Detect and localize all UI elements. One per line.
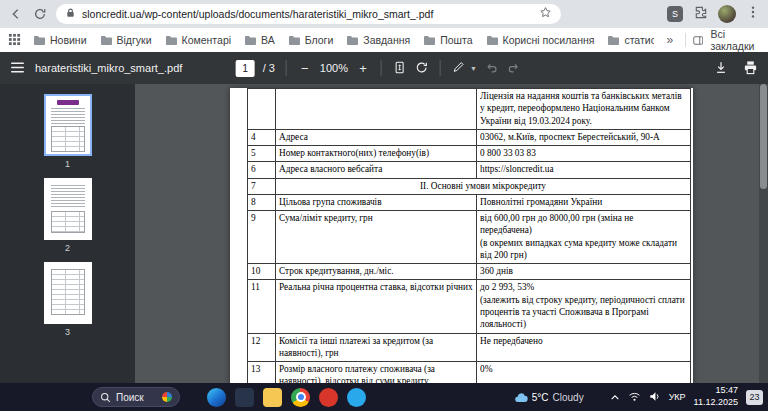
page-thumbnail[interactable] (44, 178, 92, 240)
url-text: sloncredit.ua/wp-content/uploads/documen… (82, 8, 533, 20)
thumbnail-sidebar: 123 (0, 84, 135, 383)
page-thumbnail[interactable] (44, 262, 92, 324)
row-label-cell (276, 89, 477, 130)
side-panel-icon (693, 35, 703, 46)
bookmarks-list: НовиниВідгукиКоментаріВАБлогиЗавданняПош… (33, 34, 654, 46)
page-thumbnail[interactable] (44, 94, 92, 156)
bookmark-item[interactable]: Коментарі (165, 34, 232, 46)
pdf-filename: harateristiki_mikro_smart_.pdf (35, 62, 182, 74)
folder-icon (486, 35, 499, 46)
row-label-cell: Строк кредитування, дн./міс. (276, 264, 477, 280)
toolbar-divider (440, 60, 441, 76)
pdf-toolbar: harateristiki_mikro_smart_.pdf 1 / 3 − 1… (0, 52, 768, 84)
all-bookmarks[interactable]: Всі закладки (685, 28, 760, 52)
page-total-label: / 3 (263, 62, 275, 74)
notification-count-badge[interactable]: 23 (746, 390, 763, 405)
bookmark-item[interactable]: Корисні посилання (486, 34, 595, 46)
download-icon[interactable] (714, 60, 728, 77)
row-label-cell: Сума/ліміт кредиту, грн (276, 211, 477, 264)
row-label-cell: Розмір власного платежу споживача (за на… (276, 362, 477, 383)
volume-icon[interactable] (649, 388, 661, 406)
thumb-lines (51, 108, 85, 124)
print-icon[interactable] (743, 60, 758, 77)
browser-menu-icon[interactable] (746, 5, 760, 23)
bookmarks-overflow-icon[interactable]: » (666, 33, 673, 47)
opera-icon[interactable] (319, 388, 338, 407)
thumb-grid (51, 211, 85, 233)
bookmark-item[interactable]: Пошта (423, 34, 472, 46)
pdf-menu-icon[interactable] (10, 61, 25, 76)
bookmark-label: Пошта (440, 34, 472, 46)
search-highlights-icon (162, 392, 172, 402)
chrome-icon[interactable] (291, 388, 310, 407)
folder-icon (346, 35, 359, 46)
row-value-cell: від 600,00 грн до 8000,00 грн (зміна не … (477, 211, 691, 264)
row-label-cell: Реальна річна процентна ставка, відсотки… (276, 280, 477, 333)
page-number-input[interactable]: 1 (236, 60, 255, 77)
rotate-icon[interactable] (415, 60, 429, 77)
table-row: 9Сума/ліміт кредиту, грнвід 600,00 грн д… (248, 211, 691, 264)
edge-icon[interactable] (207, 388, 226, 407)
folder-icon (33, 35, 46, 46)
bookmark-star-icon[interactable] (539, 5, 552, 23)
folder-icon (607, 35, 620, 46)
address-bar[interactable]: sloncredit.ua/wp-content/uploads/documen… (56, 4, 561, 24)
table-row: 8Цільова група споживачівПовнолітні гром… (248, 194, 691, 210)
zoom-out-button[interactable]: − (298, 61, 312, 76)
clock-date: 11.12.2025 (694, 397, 738, 409)
tray-chevron-up-icon[interactable] (610, 388, 620, 406)
row-value-cell: Ліцензія на надання коштів та банківськи… (477, 89, 691, 130)
network-icon[interactable] (628, 388, 641, 406)
bookmark-item[interactable]: статистика по нов... (607, 34, 654, 46)
thumbnail-page-number: 2 (0, 243, 135, 253)
thumb-logo (57, 100, 79, 105)
table-row: 10Строк кредитування, дн./міс.360 днів (248, 264, 691, 280)
table-row: 7II. Основні умови мікрокредиту (248, 178, 691, 194)
language-indicator[interactable]: УКР (669, 392, 686, 402)
bookmark-item[interactable]: Блоги (288, 34, 334, 46)
zoom-level: 100% (320, 62, 348, 74)
bookmark-item[interactable]: Новини (33, 34, 87, 46)
row-number-cell: 6 (248, 162, 276, 178)
bookmark-label: Відгуки (117, 34, 152, 46)
bookmark-item[interactable]: Завдання (346, 34, 410, 46)
row-number-cell: 10 (248, 264, 276, 280)
bookmark-label: Новини (50, 34, 87, 46)
bookmark-item[interactable]: Відгуки (100, 34, 152, 46)
taskbar: Поиск 5°C Cloudy УКР 15:47 11.12.2025 (0, 383, 768, 411)
row-label-cell: Цільова група споживачів (276, 194, 477, 210)
bookmark-item[interactable]: ВА (244, 34, 275, 46)
bookmark-label: Завдання (363, 34, 410, 46)
toolbar-divider (286, 60, 287, 76)
file-explorer-icon[interactable] (263, 388, 282, 407)
annotate-pen-icon[interactable] (452, 60, 466, 76)
row-number-cell (248, 89, 276, 130)
pdf-toolbar-right (714, 60, 758, 77)
row-number-cell: 9 (248, 211, 276, 264)
weather-widget[interactable]: 5°C Cloudy (514, 392, 584, 403)
pdf-content-area: 123 Ліцензія на надання коштів та банків… (0, 84, 768, 383)
lock-icon (65, 5, 76, 23)
scrollbar-thumb[interactable] (760, 84, 767, 189)
zoom-in-button[interactable]: + (356, 61, 370, 76)
annotate-caret-icon[interactable]: ▼ (470, 65, 477, 72)
profile-avatar[interactable] (718, 5, 736, 23)
back-icon[interactable] (8, 6, 24, 22)
apps-grid-icon[interactable] (8, 33, 21, 48)
thumbnail-page-number: 3 (0, 327, 135, 337)
telegram-icon[interactable] (347, 388, 366, 407)
folder-icon (165, 35, 178, 46)
pinned-extension-icon[interactable]: S (667, 6, 683, 22)
row-value-cell: https://sloncredit.ua (477, 162, 691, 178)
extensions-puzzle-icon[interactable] (693, 5, 708, 24)
reload-icon[interactable] (32, 6, 48, 22)
pdf-page: Ліцензія на надання коштів та банківськи… (230, 88, 693, 383)
redo-icon (507, 61, 521, 76)
row-number-cell: 4 (248, 129, 276, 145)
fit-page-icon[interactable] (393, 60, 407, 77)
taskbar-clock[interactable]: 15:47 11.12.2025 (694, 385, 738, 408)
vertical-scrollbar[interactable] (759, 84, 768, 383)
taskbar-search[interactable]: Поиск (92, 387, 180, 407)
outlook-icon[interactable] (235, 388, 254, 407)
table-row: 13Розмір власного платежу споживача (за … (248, 362, 691, 383)
